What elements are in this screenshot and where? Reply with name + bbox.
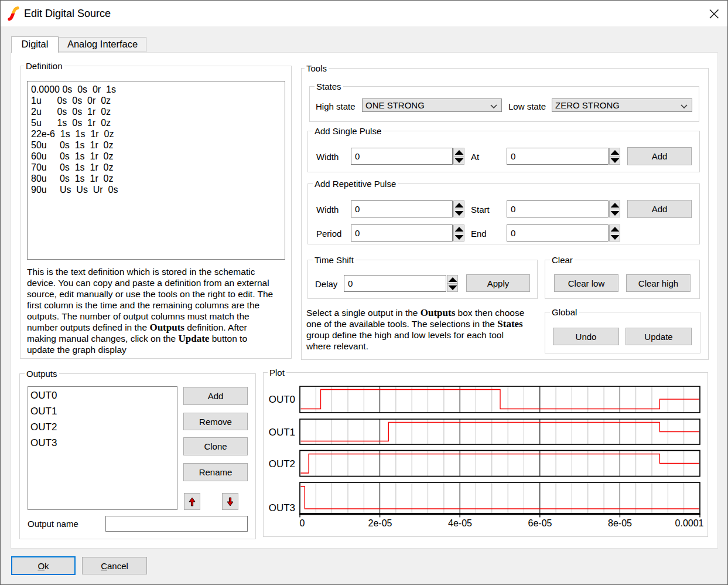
svg-text:4e-05: 4e-05 xyxy=(448,518,472,528)
svg-text:OUT3: OUT3 xyxy=(269,502,295,513)
svg-text:2e-05: 2e-05 xyxy=(368,518,392,528)
svg-text:0.0001: 0.0001 xyxy=(675,518,704,528)
svg-text:8e-05: 8e-05 xyxy=(608,518,632,528)
svg-text:OUT0: OUT0 xyxy=(269,394,295,405)
svg-text:0: 0 xyxy=(300,518,305,528)
svg-text:OUT1: OUT1 xyxy=(269,427,295,438)
svg-text:OUT2: OUT2 xyxy=(269,458,295,470)
svg-text:6e-05: 6e-05 xyxy=(528,518,552,528)
